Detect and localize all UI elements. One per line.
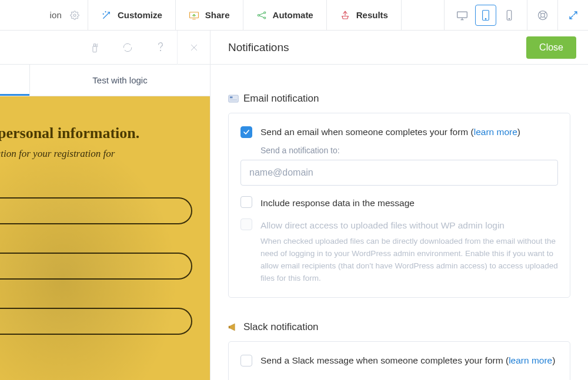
results-icon: [340, 10, 350, 21]
tab-customize[interactable]: Customize: [88, 0, 176, 30]
refresh-icon[interactable]: [111, 31, 144, 65]
preview-subtitle: al information for your registration for: [0, 148, 210, 160]
send-email-row: Send an email when someone completes you…: [240, 125, 558, 139]
tab-results-label: Results: [356, 10, 388, 20]
automate-icon: [256, 10, 267, 21]
email-section-heading: Email notification: [228, 93, 570, 105]
svg-point-0: [74, 14, 76, 16]
preview-tabstrip: Test with logic: [0, 65, 210, 96]
email-card-icon: [228, 95, 239, 103]
send-email-checkbox[interactable]: [240, 126, 252, 138]
svg-rect-12: [93, 46, 96, 52]
svg-point-7: [485, 18, 486, 19]
send-slack-text-post: ): [552, 355, 555, 365]
wand-icon: [101, 10, 112, 21]
fullscreen-icon[interactable]: [557, 0, 588, 30]
svg-rect-16: [230, 96, 233, 98]
preview-heading: personal information.: [0, 125, 210, 142]
email-learn-more-link[interactable]: learn more: [474, 127, 517, 137]
svg-rect-15: [229, 95, 239, 102]
share-screen-icon: [189, 10, 199, 21]
svg-point-11: [540, 13, 544, 17]
svg-rect-5: [457, 12, 467, 18]
panel-header-right: Notifications Close: [211, 31, 588, 64]
slack-section-title: Slack notification: [243, 321, 319, 333]
tab-customize-label: Customize: [118, 10, 162, 20]
send-slack-label: Send a Slack message when someone comple…: [260, 354, 555, 367]
include-response-checkbox[interactable]: [240, 196, 252, 208]
preview-tab-test-with-logic[interactable]: Test with logic: [29, 65, 210, 96]
send-email-text-pre: Send an email when someone completes you…: [260, 127, 474, 137]
svg-rect-18: [229, 326, 230, 329]
preview-input-2[interactable]: [0, 253, 192, 280]
slack-learn-more-link[interactable]: learn more: [509, 355, 552, 365]
spray-icon[interactable]: [78, 31, 111, 65]
include-response-row: Include response data in the message: [240, 196, 558, 210]
tab-automate-label: Automate: [273, 10, 313, 20]
device-tablet-button[interactable]: [475, 5, 496, 26]
device-desktop-button[interactable]: [452, 5, 473, 26]
panel-header-bar: Notifications Close: [0, 31, 588, 65]
top-toolbar: ion Customize Share Automate Results: [0, 0, 588, 31]
allow-direct-label: Allow direct access to uploaded files wi…: [260, 218, 505, 232]
svg-point-14: [161, 50, 161, 51]
include-response-label: Include response data in the message: [260, 196, 415, 210]
device-phone-button[interactable]: [499, 5, 520, 26]
close-button[interactable]: Close: [526, 36, 576, 59]
lifebuoy-icon[interactable]: [527, 0, 557, 30]
preview-tab-active[interactable]: [0, 65, 29, 96]
preview-input-3[interactable]: [0, 308, 192, 335]
send-slack-text-pre: Send a Slack message when someone comple…: [260, 355, 509, 365]
allow-direct-checkbox: [240, 218, 252, 230]
form-preview: personal information. al information for…: [0, 96, 210, 380]
megaphone-icon: [228, 322, 239, 332]
device-preview-group: [444, 0, 527, 30]
top-left-fragment: ion: [0, 0, 88, 30]
breadcrumb-fragment: ion: [49, 10, 62, 20]
send-email-label: Send an email when someone completes you…: [260, 125, 520, 139]
tab-share[interactable]: Share: [176, 0, 243, 30]
gear-icon[interactable]: [70, 11, 79, 20]
tab-share-label: Share: [205, 10, 230, 20]
allow-direct-description: When checked uploaded files can be direc…: [260, 236, 558, 285]
allow-direct-row: Allow direct access to uploaded files wi…: [240, 218, 558, 232]
close-panel-icon[interactable]: [177, 31, 210, 65]
send-to-label: Send a notification to:: [260, 146, 558, 155]
svg-rect-13: [93, 43, 95, 46]
send-slack-checkbox[interactable]: [240, 355, 252, 366]
send-slack-row: Send a Slack message when someone comple…: [240, 354, 558, 367]
preview-input-1[interactable]: [0, 197, 192, 224]
send-email-text-post: ): [517, 127, 520, 137]
svg-point-9: [509, 18, 510, 19]
email-card: Send an email when someone completes you…: [228, 113, 570, 298]
panel-header-left: [0, 31, 211, 64]
notification-email-input[interactable]: [240, 160, 558, 186]
slack-section-heading: Slack notification: [228, 321, 570, 333]
email-section-title: Email notification: [243, 93, 319, 105]
notification-email-wrap: [240, 160, 558, 186]
body: Test with logic personal information. al…: [0, 65, 588, 380]
svg-rect-17: [230, 100, 237, 100]
slack-card: Send a Slack message when someone comple…: [228, 341, 570, 380]
panel-title: Notifications: [228, 41, 289, 54]
settings-panel: Email notification Send an email when so…: [211, 65, 588, 380]
help-icon[interactable]: [144, 31, 177, 65]
tab-results[interactable]: Results: [327, 0, 402, 30]
toolbar-spacer: [402, 0, 444, 30]
tab-automate[interactable]: Automate: [243, 0, 327, 30]
left-panel: Test with logic personal information. al…: [0, 65, 211, 380]
